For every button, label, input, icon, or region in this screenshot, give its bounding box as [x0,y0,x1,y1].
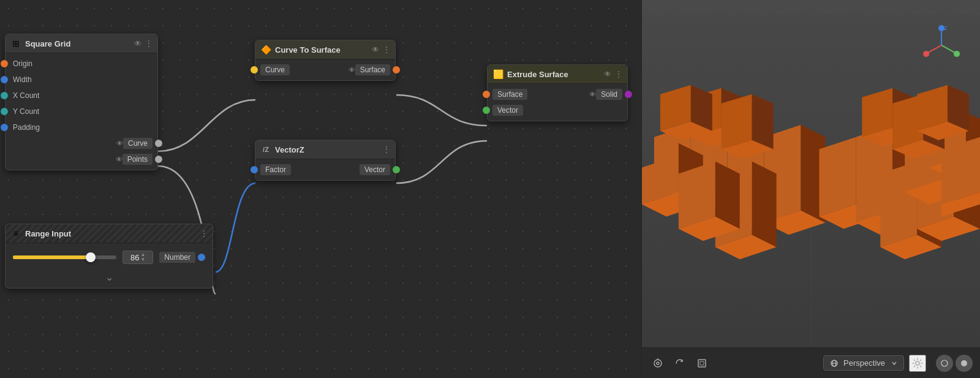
width-socket-left [1,76,8,83]
wireframe-btn[interactable] [936,355,953,372]
points-output-btn[interactable]: Points [123,154,153,165]
padding-socket-left [1,124,8,131]
extrude-surface-hide-icon[interactable]: 👁 [604,70,611,78]
es-solid-output-btn[interactable]: Solid [596,89,622,100]
range-input-menu-icon[interactable]: ⋮ [200,229,208,238]
solid-btn[interactable] [956,355,973,372]
svg-marker-22 [819,137,856,217]
square-grid-menu-icon[interactable]: ⋮ [145,39,153,48]
vectorz-body: Factor Vector [255,159,395,180]
es-surface-socket-left [483,91,490,98]
extrude-surface-node: 🟨 Extrude Surface 👁 ⋮ Surface 👁 Solid Ve… [487,64,628,121]
number-output-container: Number [159,252,205,263]
range-input-node: ≡ Range Input ⋮ 86 ▲ ▼ Number [5,224,213,289]
square-grid-title: Square Grid [25,39,130,48]
xcount-label: X Count [10,91,42,100]
svg-point-76 [916,361,919,365]
width-socket-row: Width [6,72,157,88]
num-down-arrow[interactable]: ▼ [141,257,146,262]
origin-label: Origin [10,59,35,68]
ycount-label: Y Count [10,107,42,116]
vectorz-menu-icon[interactable]: ⋮ [383,145,390,154]
perspective-label: Perspective [843,358,885,368]
svg-marker-18 [752,162,777,248]
cts-surface-eye-icon: 👁 [349,66,355,74]
svg-marker-47 [752,94,774,149]
vectorz-factor-btn[interactable]: Factor [260,164,291,175]
points-socket-row: 👁 Points [6,151,157,167]
cts-surface-output-btn[interactable]: Surface [355,64,390,75]
svg-marker-45 [722,94,752,149]
vectorz-vector-socket-right [393,166,400,173]
ycount-socket-row: Y Count [6,104,157,119]
number-input[interactable]: 86 ▲ ▼ [123,251,153,264]
extrude-surface-menu-icon[interactable]: ⋮ [615,70,622,78]
curve-output-btn[interactable]: Curve [123,138,153,149]
number-output-btn[interactable]: Number [159,252,195,263]
svg-rect-71 [698,360,706,367]
square-grid-body: Origin Width X Count Y Count Padding [6,53,157,170]
padding-label: Padding [10,123,42,132]
viewport-toolbar: Perspective [642,347,980,378]
vectorz-title: VectorZ [275,145,379,154]
curve-to-surface-menu-icon[interactable]: ⋮ [383,45,390,54]
curve-socket-row: 👁 Curve [6,135,157,151]
slider-fill [13,255,91,259]
shading-buttons [936,355,973,372]
curve-socket-right [155,140,162,147]
viewport-3d: Z [642,0,980,378]
range-input-title: Range Input [25,229,197,238]
camera-icon-btn[interactable] [649,355,666,372]
perspective-dropdown-btn[interactable]: Perspective [823,355,904,371]
svg-point-68 [654,360,662,367]
curve-to-surface-body: Curve 👁 Surface [255,59,395,80]
origin-socket-row: Origin [6,56,157,72]
number-input-value: 86 [130,253,139,262]
vectorz-vector-output-btn[interactable]: Vector [360,164,390,175]
vectorz-node: /Z VectorZ ⋮ Factor Vector [255,140,396,181]
refresh-icon-btn[interactable] [671,355,688,372]
cts-surface-socket-right [393,66,400,74]
curve-to-surface-hide-icon[interactable]: 👁 [372,45,379,54]
width-label: Width [10,75,34,84]
curve-to-surface-title: Curve To Surface [275,45,368,55]
points-socket-right [155,156,162,163]
svg-point-69 [657,362,659,365]
extrude-surface-body: Surface 👁 Solid Vector [488,84,627,121]
square-grid-header: ⊞ Square Grid 👁 ⋮ [6,34,157,53]
vectorz-factor-row: Factor Vector [255,162,395,178]
square-grid-hide-icon[interactable]: 👁 [134,39,141,48]
cts-curve-input-btn[interactable]: Curve [260,64,290,75]
chevron-down[interactable]: ⌄ [6,269,213,285]
es-vector-socket-left [483,107,490,114]
range-input-icon: ≡ [10,228,21,239]
svg-text:Z: Z [944,25,948,31]
vectorz-icon: /Z [260,144,271,155]
origin-socket-left [1,60,8,67]
xcount-socket-left [1,92,8,99]
points-eye-icon: 👁 [116,156,123,163]
extrude-surface-icon: 🟨 [492,69,503,80]
vectorz-header: /Z VectorZ ⋮ [255,140,395,159]
es-surface-btn[interactable]: Surface [492,89,527,100]
slider-thumb[interactable] [86,252,96,262]
number-output-socket [198,254,205,261]
number-input-arrows: ▲ ▼ [141,252,146,262]
es-vector-btn[interactable]: Vector [492,105,523,116]
square-grid-icon: ⊞ [10,38,21,49]
viewport-gear-btn[interactable] [909,355,926,372]
viewport: Z [641,0,980,378]
extrude-surface-title: Extrude Surface [507,70,600,79]
cts-curve-input-row: Curve 👁 Surface [255,62,395,78]
curve-to-surface-node: 🔶 Curve To Surface 👁 ⋮ Curve 👁 Surface [255,40,396,81]
curve-eye-icon: 👁 [116,140,123,147]
svg-rect-72 [700,361,704,365]
padding-socket-row: Padding [6,119,157,135]
frame-icon-btn[interactable] [693,355,710,372]
es-vector-row: Vector [488,102,627,118]
node-editor: ⊞ Square Grid 👁 ⋮ Origin Width X Count [0,0,641,378]
slider-track[interactable] [13,255,116,259]
extrude-surface-header: 🟨 Extrude Surface 👁 ⋮ [488,65,627,84]
cts-curve-socket-left [251,66,258,74]
svg-point-77 [941,360,948,366]
